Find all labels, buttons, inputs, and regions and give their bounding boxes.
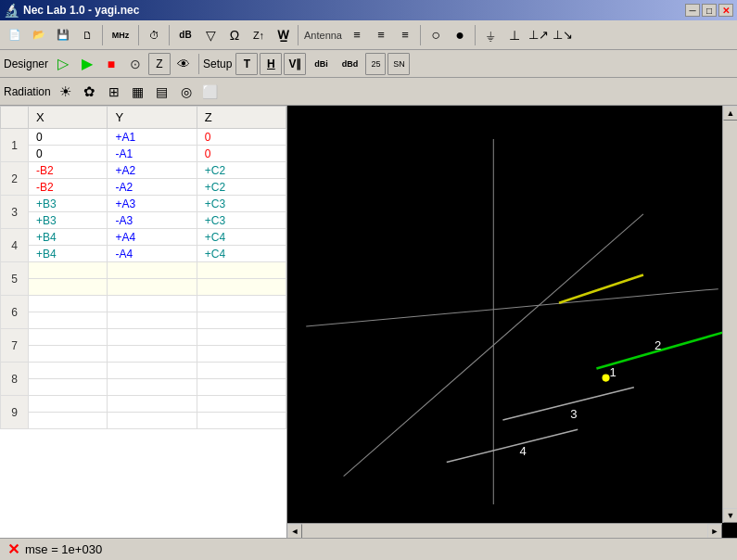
wires-button[interactable]: W̲ (272, 24, 294, 46)
minimize-button[interactable]: ─ (685, 4, 700, 17)
table-cell[interactable] (108, 346, 197, 363)
table-cell[interactable]: 0 (197, 146, 286, 162)
table-cell[interactable]: 0 (197, 129, 286, 146)
table-cell[interactable]: 0 (28, 129, 108, 146)
vertical-scrollbar[interactable]: ▲ ▼ (722, 106, 737, 523)
table-cell[interactable]: +C4 (197, 229, 286, 246)
table-cell[interactable] (197, 312, 286, 329)
table-cell[interactable]: +C3 (197, 196, 286, 212)
table-cell[interactable]: -B2 (28, 179, 108, 196)
z-tool[interactable]: Z (148, 53, 171, 75)
table-cell[interactable]: +B3 (28, 196, 108, 212)
radio-on[interactable]: ● (449, 24, 471, 46)
table-cell[interactable]: +A3 (108, 196, 197, 212)
table-cell[interactable]: -B2 (28, 162, 108, 179)
table-cell[interactable] (28, 346, 108, 363)
run-button[interactable]: ▶ (76, 53, 98, 75)
ground3[interactable]: ⊥↗ (527, 24, 550, 46)
rad-rect2[interactable]: ▤ (151, 81, 173, 103)
select-arrow[interactable]: ▷ (52, 53, 74, 75)
table-cell[interactable]: +A4 (108, 229, 197, 246)
dbi-btn[interactable]: dBi (308, 53, 334, 75)
table-cell[interactable] (28, 279, 108, 296)
omega-button[interactable]: Ω (223, 24, 246, 46)
table-cell[interactable]: +C2 (197, 162, 286, 179)
impedance-button[interactable]: Z↑ (248, 24, 270, 46)
table-cell[interactable]: -A4 (108, 246, 197, 262)
ant-btn3[interactable]: ≡ (394, 24, 416, 46)
table-cell[interactable]: +B4 (28, 246, 108, 262)
scroll-up-button[interactable]: ▲ (723, 106, 737, 121)
table-cell[interactable]: +A1 (108, 129, 197, 146)
copy-button[interactable]: 🗋 (76, 24, 98, 46)
ground2[interactable]: ⊥ (503, 24, 526, 46)
clock-button[interactable]: ⏱ (143, 24, 165, 46)
table-cell[interactable] (28, 312, 108, 329)
table-cell[interactable] (197, 379, 286, 396)
table-cell[interactable] (197, 413, 286, 429)
table-cell[interactable] (197, 396, 286, 413)
table-cell[interactable]: -A3 (108, 212, 197, 229)
num25-btn[interactable]: 25 (365, 53, 386, 75)
table-cell[interactable]: +A2 (108, 162, 197, 179)
rad-rect1[interactable]: ▦ (127, 81, 149, 103)
horizontal-scrollbar[interactable]: ◄ ► (287, 523, 722, 538)
maximize-button[interactable]: □ (702, 4, 717, 17)
ground1[interactable]: ⏚ (479, 24, 502, 46)
save-button[interactable]: 💾 (52, 24, 74, 46)
table-cell[interactable]: +C4 (197, 246, 286, 262)
table-cell[interactable]: +C2 (197, 179, 286, 196)
scroll-right-button[interactable]: ► (707, 524, 722, 538)
table-cell[interactable] (28, 413, 108, 429)
stop-button[interactable]: ■ (100, 53, 122, 75)
table-cell[interactable]: +C3 (197, 212, 286, 229)
rad-sun[interactable]: ☀ (55, 81, 77, 103)
db-button[interactable]: dB (173, 24, 197, 46)
table-cell[interactable] (108, 413, 197, 429)
table-cell[interactable] (28, 329, 108, 346)
table-cell[interactable] (108, 296, 197, 312)
rad-grid[interactable]: ⊞ (103, 81, 125, 103)
rad-flower[interactable]: ✿ (79, 81, 101, 103)
table-cell[interactable]: -A1 (108, 146, 197, 162)
table-cell[interactable] (28, 296, 108, 312)
table-cell[interactable] (197, 262, 286, 279)
v-btn[interactable]: V∥ (284, 53, 306, 75)
table-cell[interactable]: 0 (28, 146, 108, 162)
table-cell[interactable] (197, 279, 286, 296)
circle-tool[interactable]: ⊙ (124, 53, 146, 75)
table-cell[interactable] (108, 379, 197, 396)
table-cell[interactable] (28, 379, 108, 396)
ground4[interactable]: ⊥↘ (552, 24, 574, 46)
table-cell[interactable] (108, 312, 197, 329)
ant-btn1[interactable]: ≡ (346, 24, 368, 46)
dbd-btn[interactable]: dBd (336, 53, 363, 75)
table-cell[interactable]: +B4 (28, 229, 108, 246)
table-cell[interactable] (28, 363, 108, 379)
new-button[interactable]: 📄 (4, 24, 26, 46)
table-cell[interactable] (28, 262, 108, 279)
table-cell[interactable] (108, 363, 197, 379)
radio-off[interactable]: ○ (425, 24, 447, 46)
table-cell[interactable] (108, 279, 197, 296)
scroll-left-button[interactable]: ◄ (287, 524, 302, 538)
freq-button[interactable]: MHz (107, 24, 134, 46)
table-cell[interactable] (197, 329, 286, 346)
table-cell[interactable] (197, 296, 286, 312)
rad-circle[interactable]: ◎ (175, 81, 197, 103)
t-btn[interactable]: T (235, 53, 258, 75)
table-cell[interactable]: -A2 (108, 179, 197, 196)
filter-button[interactable]: ▽ (199, 24, 222, 46)
table-cell[interactable] (108, 262, 197, 279)
open-button[interactable]: 📂 (28, 24, 50, 46)
table-cell[interactable] (197, 363, 286, 379)
table-cell[interactable] (108, 396, 197, 413)
table-cell[interactable] (197, 346, 286, 363)
eye-tool[interactable]: 👁 (172, 53, 195, 75)
sn-btn[interactable]: SN (388, 53, 410, 75)
close-button[interactable]: ✕ (718, 4, 733, 17)
h-btn[interactable]: H (260, 53, 282, 75)
scroll-down-button[interactable]: ▼ (723, 508, 737, 523)
table-cell[interactable] (108, 329, 197, 346)
table-cell[interactable]: +B3 (28, 212, 108, 229)
